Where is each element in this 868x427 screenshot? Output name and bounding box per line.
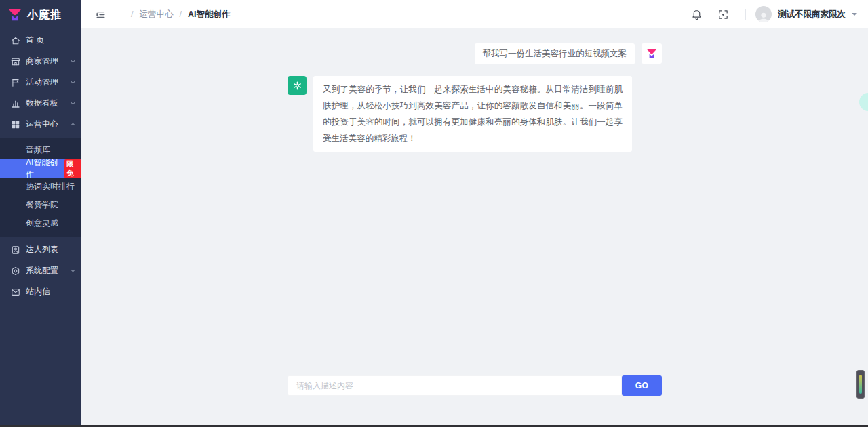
chevron-up-icon [71, 123, 75, 127]
breadcrumb-parent[interactable]: 运营中心 [139, 9, 173, 20]
user-message-row: 帮我写一份生活美容行业的短视频文案 [288, 28, 662, 64]
breadcrumb-separator: / [179, 9, 181, 19]
sidebar-subitem-label: 餐赞学院 [26, 199, 58, 211]
chevron-down-icon [71, 58, 75, 63]
sidebar-item-label: 运营中心 [26, 119, 58, 130]
fullscreen-icon[interactable] [717, 9, 729, 20]
sidebar-item-label: 系统配置 [26, 265, 58, 277]
breadcrumb: / 运营中心 / AI智能创作 [131, 9, 230, 20]
sidebar-item-system-config[interactable]: 系统配置 [0, 260, 81, 281]
bell-icon[interactable] [691, 9, 703, 20]
flag-icon [11, 78, 20, 87]
sidebar-item-operations-center[interactable]: 运营中心 [0, 114, 81, 135]
chevron-down-icon [71, 100, 75, 105]
free-badge: 限免 [64, 159, 81, 178]
sidebar-item-data-dashboard[interactable]: 数据看板 [0, 93, 81, 114]
sidebar-subitem-ai-creation[interactable]: AI智能创作 限免 [0, 159, 81, 178]
sidebar: 小魔推 首 页 商家管理 活动管理 [0, 0, 81, 427]
gear-icon [11, 266, 20, 276]
sidebar-item-home[interactable]: 首 页 [0, 30, 81, 51]
sidebar-subitem-label: AI智能创作 [26, 157, 61, 180]
breadcrumb-separator: / [131, 9, 133, 19]
mail-icon [11, 287, 20, 297]
chat-panel: 帮我写一份生活美容行业的短视频文案 又到了美容的季节，让我们一起来探索生活中的美… [288, 28, 662, 427]
grid-icon [11, 120, 20, 129]
sidebar-item-label: 首 页 [26, 35, 44, 46]
home-icon [11, 36, 20, 45]
main-content: 帮我写一份生活美容行业的短视频文案 又到了美容的季节，让我们一起来探索生活中的美… [81, 28, 868, 427]
brand-logo-icon [7, 7, 22, 22]
sidebar-item-label: 商家管理 [26, 56, 58, 67]
send-button[interactable]: GO [622, 375, 662, 396]
avatar[interactable] [755, 6, 772, 22]
header-divider [745, 9, 746, 20]
app-root: 小魔推 首 页 商家管理 活动管理 [0, 0, 868, 427]
menu-fold-icon[interactable] [95, 9, 106, 20]
shop-icon [11, 57, 20, 66]
chat-input-bar: GO [288, 375, 662, 396]
sidebar-item-label: 活动管理 [26, 77, 58, 88]
logo: 小魔推 [0, 0, 81, 30]
sidebar-item-merchant-management[interactable]: 商家管理 [0, 51, 81, 72]
ai-avatar [288, 76, 307, 95]
ai-message-bubble: 又到了美容的季节，让我们一起来探索生活中的美容秘籍。从日常清洁到睡前肌肤护理，从… [313, 76, 632, 152]
chevron-down-icon [71, 268, 75, 272]
sidebar-subitem-canzan-academy[interactable]: 餐赞学院 [0, 196, 81, 214]
sidebar-subitem-label: 音频库 [26, 144, 50, 156]
brand-name: 小魔推 [27, 8, 62, 22]
floating-extension-widget[interactable] [856, 370, 865, 399]
sidebar-subitem-label: 创意灵感 [26, 218, 58, 229]
gradient-indicator [859, 375, 862, 394]
sidebar-subitem-hot-words-ranking[interactable]: 热词实时排行 [0, 178, 81, 196]
chat-input[interactable] [288, 375, 622, 396]
sidebar-item-site-mail[interactable]: 站内信 [0, 281, 81, 302]
account-name[interactable]: 测试不限商家限次 [778, 9, 846, 20]
sidebar-item-label: 数据看板 [26, 98, 58, 109]
chart-icon [11, 99, 20, 108]
sidebar-item-talent-list[interactable]: 达人列表 [0, 239, 81, 260]
sidebar-item-activity-management[interactable]: 活动管理 [0, 72, 81, 93]
badge-icon [11, 245, 20, 255]
user-avatar [642, 43, 662, 64]
sidebar-item-label: 达人列表 [26, 244, 58, 256]
chevron-down-icon [71, 79, 75, 84]
operations-submenu: 音频库 AI智能创作 限免 热词实时排行 餐赞学院 创意灵感 [0, 138, 81, 237]
chevron-down-icon[interactable] [852, 13, 857, 18]
breadcrumb-current: AI智能创作 [188, 9, 231, 20]
ai-message-row: 又到了美容的季节，让我们一起来探索生活中的美容秘籍。从日常清洁到睡前肌肤护理，从… [288, 76, 662, 152]
sidebar-item-label: 站内信 [26, 286, 50, 298]
sidebar-subitem-creative-inspiration[interactable]: 创意灵感 [0, 214, 81, 232]
user-message-bubble: 帮我写一份生活美容行业的短视频文案 [475, 43, 635, 64]
sidebar-subitem-label: 热词实时排行 [26, 181, 75, 192]
openai-icon [292, 80, 303, 92]
top-bar: / 运营中心 / AI智能创作 测试不限商家限次 [81, 0, 868, 28]
brand-logo-icon [646, 47, 658, 60]
sidebar-menu: 首 页 商家管理 活动管理 数据看板 [0, 30, 81, 302]
